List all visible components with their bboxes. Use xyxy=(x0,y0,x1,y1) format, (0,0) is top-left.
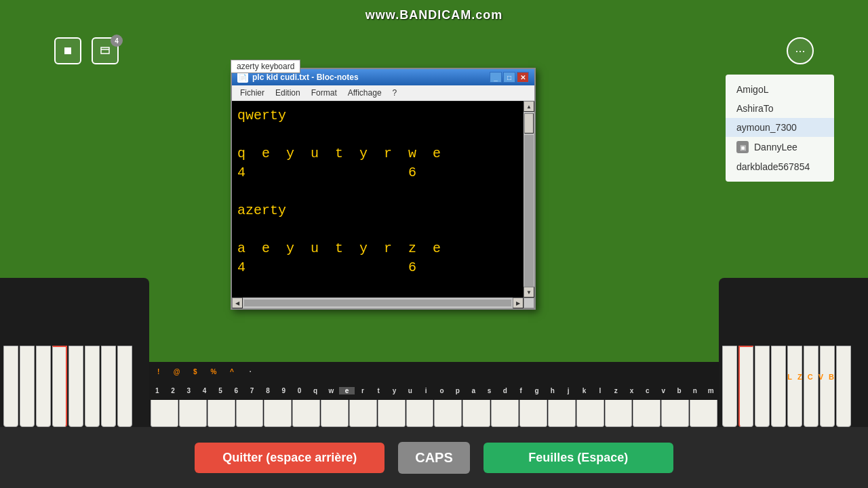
player-item-highlighted: aymoun_7300 xyxy=(726,118,834,137)
key-h[interactable]: h xyxy=(545,387,560,394)
key-7[interactable]: 7 xyxy=(244,387,260,394)
key-5[interactable]: 5 xyxy=(212,387,228,394)
key-6[interactable]: 6 xyxy=(229,387,244,394)
minimize-button[interactable]: _ xyxy=(490,72,502,83)
key-r[interactable]: r xyxy=(355,387,370,394)
key-2[interactable]: 2 xyxy=(165,387,180,394)
top-left-icons: 4 xyxy=(54,37,119,64)
maximize-button[interactable]: □ xyxy=(503,72,515,83)
svg-rect-0 xyxy=(64,47,71,54)
window-controls[interactable]: _ □ ✕ xyxy=(490,72,529,83)
piano-white-key[interactable] xyxy=(101,346,116,427)
key-1[interactable]: 1 xyxy=(149,387,165,394)
right-piano-keys xyxy=(719,336,868,427)
menu-fichier[interactable]: Fichier xyxy=(235,87,270,99)
vertical-scrollbar[interactable]: ▲ ▼ xyxy=(524,101,534,298)
piano-white-key[interactable] xyxy=(771,346,786,427)
key-percent[interactable]: % xyxy=(204,368,222,375)
key-i[interactable]: i xyxy=(418,387,434,394)
caps-button[interactable]: CAPS xyxy=(398,442,470,474)
scroll-thumb[interactable] xyxy=(524,113,534,134)
key-k[interactable]: k xyxy=(576,387,592,394)
key-d[interactable]: d xyxy=(497,387,513,394)
record-icon[interactable] xyxy=(54,37,81,64)
scroll-down[interactable]: ▼ xyxy=(524,287,534,298)
key-exclaim[interactable]: ! xyxy=(149,368,167,375)
right-key-B[interactable]: B xyxy=(829,373,834,381)
piano-white-key[interactable] xyxy=(755,346,770,427)
piano-white-key[interactable] xyxy=(804,346,818,427)
scroll-up[interactable]: ▲ xyxy=(524,101,534,112)
close-button[interactable]: ✕ xyxy=(517,72,529,83)
key-q[interactable]: q xyxy=(307,387,323,394)
key-b[interactable]: b xyxy=(671,387,687,394)
key-w[interactable]: w xyxy=(323,387,339,394)
right-key-L[interactable]: L xyxy=(787,373,792,381)
key-o[interactable]: o xyxy=(434,387,450,394)
right-key-C[interactable]: C xyxy=(808,373,813,381)
key-t[interactable]: t xyxy=(371,387,387,394)
piano-white-key[interactable] xyxy=(738,346,753,427)
piano-white-key[interactable] xyxy=(20,346,35,427)
key-n[interactable]: n xyxy=(687,387,703,394)
menu-edition[interactable]: Edition xyxy=(270,87,306,99)
key-z[interactable]: z xyxy=(608,387,624,394)
piano-body-left xyxy=(0,278,149,427)
key-4[interactable]: 4 xyxy=(197,387,212,394)
key-l[interactable]: l xyxy=(592,387,608,394)
piano-white-key[interactable] xyxy=(52,346,67,427)
piano-white-key[interactable] xyxy=(836,346,851,427)
player-name: darkblade567854 xyxy=(736,161,810,172)
horizontal-scrollbar[interactable]: ◀ ▶ xyxy=(232,298,534,308)
player-name: AmigoL xyxy=(736,84,768,95)
key-a[interactable]: a xyxy=(466,387,481,394)
key-dot[interactable]: · xyxy=(241,368,259,375)
piano-white-key[interactable] xyxy=(722,346,737,427)
key-s[interactable]: s xyxy=(481,387,497,394)
feuilles-button[interactable]: Feuilles (Espace) xyxy=(484,443,673,473)
key-3[interactable]: 3 xyxy=(181,387,197,394)
piano-white-key[interactable] xyxy=(117,346,132,427)
scroll-right[interactable]: ▶ xyxy=(513,298,524,308)
titlebar-left: 📄 plc kid cudi.txt - Bloc-notes xyxy=(237,72,359,83)
content-line-5 xyxy=(237,182,521,201)
key-y[interactable]: y xyxy=(387,387,402,394)
scroll-left[interactable]: ◀ xyxy=(232,298,243,308)
piano-white-key[interactable] xyxy=(820,346,835,427)
key-c[interactable]: c xyxy=(639,387,655,394)
key-g[interactable]: g xyxy=(529,387,545,394)
piano-white-key[interactable] xyxy=(3,346,18,427)
key-f[interactable]: f xyxy=(513,387,529,394)
notification-icon[interactable]: 4 xyxy=(92,37,119,64)
quit-button[interactable]: Quitter (espace arrière) xyxy=(195,443,384,473)
piano-white-key[interactable] xyxy=(787,346,802,427)
key-v[interactable]: v xyxy=(656,387,671,394)
svg-rect-1 xyxy=(101,47,109,54)
key-0[interactable]: 0 xyxy=(292,387,307,394)
menu-affichage[interactable]: Affichage xyxy=(342,87,387,99)
key-8[interactable]: 8 xyxy=(260,387,275,394)
key-at[interactable]: @ xyxy=(167,368,186,375)
menu-help[interactable]: ? xyxy=(387,87,403,99)
key-9[interactable]: 9 xyxy=(276,387,292,394)
more-options[interactable]: ··· xyxy=(787,37,814,64)
key-e[interactable]: e xyxy=(339,387,355,394)
key-m[interactable]: m xyxy=(703,387,718,394)
piano-white-key[interactable] xyxy=(36,346,51,427)
azerty-label: azerty keyboard xyxy=(231,60,300,73)
key-u[interactable]: u xyxy=(402,387,418,394)
key-x[interactable]: x xyxy=(624,387,639,394)
notification-badge: 4 xyxy=(111,35,123,47)
right-key-V[interactable]: V xyxy=(818,373,823,381)
more-button[interactable]: ··· xyxy=(787,37,814,64)
right-key-Z[interactable]: Z xyxy=(797,373,802,381)
key-j[interactable]: j xyxy=(561,387,576,394)
notepad-content[interactable]: qwerty q e y u t y r w e 4 6 azerty a e … xyxy=(232,101,534,298)
menu-format[interactable]: Format xyxy=(306,87,342,99)
watermark: www.BANDICAM.com xyxy=(366,8,502,22)
key-caret[interactable]: ^ xyxy=(222,368,241,375)
piano-white-key[interactable] xyxy=(85,346,100,427)
key-dollar[interactable]: $ xyxy=(186,368,204,375)
piano-white-key[interactable] xyxy=(68,346,83,427)
key-p[interactable]: p xyxy=(450,387,465,394)
